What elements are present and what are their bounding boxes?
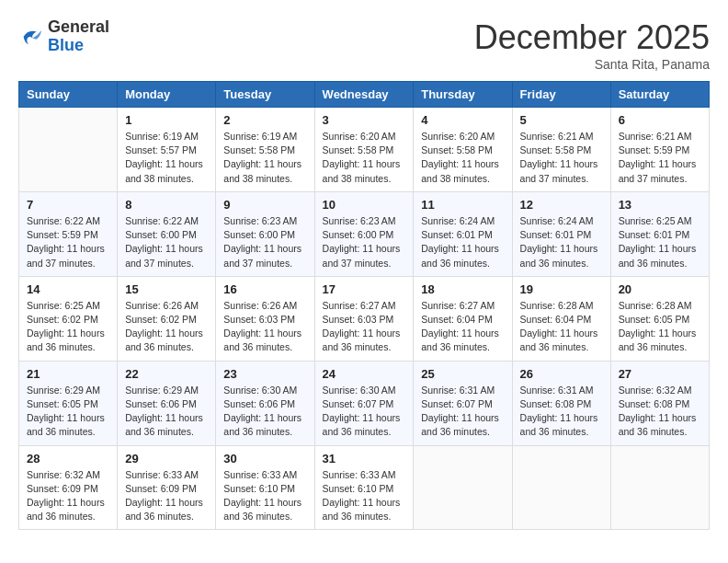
calendar-cell: 12Sunrise: 6:24 AMSunset: 6:01 PMDayligh… — [512, 191, 610, 276]
day-info: Sunrise: 6:22 AMSunset: 6:00 PMDaylight:… — [125, 214, 208, 270]
calendar-cell: 29Sunrise: 6:33 AMSunset: 6:09 PMDayligh… — [118, 445, 216, 530]
weekday-header-wednesday: Wednesday — [314, 82, 414, 108]
day-number: 14 — [27, 282, 109, 296]
day-info: Sunrise: 6:33 AMSunset: 6:09 PMDaylight:… — [125, 468, 208, 524]
day-info: Sunrise: 6:26 AMSunset: 6:03 PMDaylight:… — [223, 299, 306, 355]
day-info: Sunrise: 6:29 AMSunset: 6:05 PMDaylight:… — [27, 384, 109, 440]
calendar-cell: 24Sunrise: 6:30 AMSunset: 6:07 PMDayligh… — [314, 361, 414, 445]
day-info: Sunrise: 6:23 AMSunset: 6:00 PMDaylight:… — [223, 214, 306, 270]
day-info: Sunrise: 6:21 AMSunset: 5:58 PMDaylight:… — [520, 130, 603, 186]
title-section: December 2025 Santa Rita, Panama — [474, 18, 710, 72]
day-info: Sunrise: 6:30 AMSunset: 6:06 PMDaylight:… — [223, 384, 306, 440]
day-number: 7 — [27, 198, 109, 212]
page-header: General Blue December 2025 Santa Rita, P… — [18, 18, 710, 72]
calendar-cell: 16Sunrise: 6:26 AMSunset: 6:03 PMDayligh… — [216, 276, 314, 361]
calendar-cell: 5Sunrise: 6:21 AMSunset: 5:58 PMDaylight… — [512, 108, 610, 192]
calendar-cell: 15Sunrise: 6:26 AMSunset: 6:02 PMDayligh… — [118, 276, 216, 361]
calendar-cell — [19, 108, 118, 192]
day-info: Sunrise: 6:28 AMSunset: 6:04 PMDaylight:… — [520, 299, 603, 355]
calendar-week-row: 7Sunrise: 6:22 AMSunset: 5:59 PMDaylight… — [19, 191, 710, 276]
calendar-cell: 25Sunrise: 6:31 AMSunset: 6:07 PMDayligh… — [414, 361, 512, 445]
day-number: 22 — [125, 367, 208, 381]
day-number: 28 — [27, 452, 109, 465]
day-number: 3 — [323, 113, 406, 127]
calendar-week-row: 14Sunrise: 6:25 AMSunset: 6:02 PMDayligh… — [19, 276, 710, 361]
day-info: Sunrise: 6:32 AMSunset: 6:09 PMDaylight:… — [27, 468, 109, 524]
calendar-cell: 17Sunrise: 6:27 AMSunset: 6:03 PMDayligh… — [314, 276, 414, 361]
location-subtitle: Santa Rita, Panama — [474, 57, 710, 72]
day-info: Sunrise: 6:22 AMSunset: 5:59 PMDaylight:… — [27, 214, 109, 270]
logo-blue-text: Blue — [48, 37, 109, 55]
weekday-header-sunday: Sunday — [19, 82, 118, 108]
calendar-cell: 27Sunrise: 6:32 AMSunset: 6:08 PMDayligh… — [610, 361, 709, 445]
calendar-cell: 10Sunrise: 6:23 AMSunset: 6:00 PMDayligh… — [314, 191, 414, 276]
day-info: Sunrise: 6:33 AMSunset: 6:10 PMDaylight:… — [323, 468, 406, 524]
day-number: 2 — [223, 113, 306, 127]
calendar-week-row: 28Sunrise: 6:32 AMSunset: 6:09 PMDayligh… — [19, 445, 710, 530]
day-number: 16 — [223, 282, 306, 296]
day-info: Sunrise: 6:27 AMSunset: 6:03 PMDaylight:… — [323, 299, 406, 355]
day-number: 9 — [223, 198, 306, 212]
logo: General Blue — [18, 18, 109, 55]
day-info: Sunrise: 6:23 AMSunset: 6:00 PMDaylight:… — [323, 214, 406, 270]
day-info: Sunrise: 6:29 AMSunset: 6:06 PMDaylight:… — [125, 384, 208, 440]
day-info: Sunrise: 6:27 AMSunset: 6:04 PMDaylight:… — [421, 299, 504, 355]
day-info: Sunrise: 6:32 AMSunset: 6:08 PMDaylight:… — [619, 384, 701, 440]
day-info: Sunrise: 6:25 AMSunset: 6:01 PMDaylight:… — [619, 214, 701, 270]
day-info: Sunrise: 6:24 AMSunset: 6:01 PMDaylight:… — [421, 214, 504, 270]
day-number: 17 — [323, 282, 406, 296]
day-number: 23 — [223, 367, 306, 381]
calendar-table: SundayMondayTuesdayWednesdayThursdayFrid… — [18, 81, 710, 530]
calendar-cell: 28Sunrise: 6:32 AMSunset: 6:09 PMDayligh… — [19, 445, 118, 530]
calendar-cell: 18Sunrise: 6:27 AMSunset: 6:04 PMDayligh… — [414, 276, 512, 361]
day-info: Sunrise: 6:31 AMSunset: 6:07 PMDaylight:… — [421, 384, 504, 440]
weekday-header-saturday: Saturday — [610, 82, 709, 108]
calendar-cell: 30Sunrise: 6:33 AMSunset: 6:10 PMDayligh… — [216, 445, 314, 530]
day-number: 8 — [125, 198, 208, 212]
day-info: Sunrise: 6:20 AMSunset: 5:58 PMDaylight:… — [421, 130, 504, 186]
day-number: 21 — [27, 367, 109, 381]
day-number: 19 — [520, 282, 603, 296]
calendar-cell — [610, 445, 709, 530]
calendar-week-row: 21Sunrise: 6:29 AMSunset: 6:05 PMDayligh… — [19, 361, 710, 445]
day-info: Sunrise: 6:33 AMSunset: 6:10 PMDaylight:… — [223, 468, 306, 524]
weekday-header-friday: Friday — [512, 82, 610, 108]
calendar-cell: 6Sunrise: 6:21 AMSunset: 5:59 PMDaylight… — [610, 108, 709, 192]
day-number: 27 — [619, 367, 701, 381]
day-number: 6 — [619, 113, 701, 127]
weekday-header-thursday: Thursday — [414, 82, 512, 108]
day-number: 29 — [125, 452, 208, 465]
day-number: 10 — [323, 198, 406, 212]
day-number: 26 — [520, 367, 603, 381]
day-info: Sunrise: 6:28 AMSunset: 6:05 PMDaylight:… — [619, 299, 701, 355]
day-number: 15 — [125, 282, 208, 296]
logo-bird-icon — [18, 24, 44, 50]
calendar-cell: 14Sunrise: 6:25 AMSunset: 6:02 PMDayligh… — [19, 276, 118, 361]
calendar-cell: 8Sunrise: 6:22 AMSunset: 6:00 PMDaylight… — [118, 191, 216, 276]
calendar-cell: 13Sunrise: 6:25 AMSunset: 6:01 PMDayligh… — [610, 191, 709, 276]
day-number: 24 — [323, 367, 406, 381]
calendar-cell: 11Sunrise: 6:24 AMSunset: 6:01 PMDayligh… — [414, 191, 512, 276]
calendar-cell: 3Sunrise: 6:20 AMSunset: 5:58 PMDaylight… — [314, 108, 414, 192]
day-number: 18 — [421, 282, 504, 296]
day-number: 1 — [125, 113, 208, 127]
calendar-week-row: 1Sunrise: 6:19 AMSunset: 5:57 PMDaylight… — [19, 108, 710, 192]
day-info: Sunrise: 6:26 AMSunset: 6:02 PMDaylight:… — [125, 299, 208, 355]
calendar-cell — [512, 445, 610, 530]
calendar-cell — [414, 445, 512, 530]
day-info: Sunrise: 6:19 AMSunset: 5:58 PMDaylight:… — [223, 130, 306, 186]
logo-general-text: General — [48, 18, 109, 37]
calendar-cell: 31Sunrise: 6:33 AMSunset: 6:10 PMDayligh… — [314, 445, 414, 530]
calendar-cell: 9Sunrise: 6:23 AMSunset: 6:00 PMDaylight… — [216, 191, 314, 276]
calendar-cell: 4Sunrise: 6:20 AMSunset: 5:58 PMDaylight… — [414, 108, 512, 192]
day-number: 20 — [619, 282, 701, 296]
day-info: Sunrise: 6:31 AMSunset: 6:08 PMDaylight:… — [520, 384, 603, 440]
day-number: 11 — [421, 198, 504, 212]
day-number: 30 — [223, 452, 306, 465]
month-title: December 2025 — [474, 18, 710, 57]
calendar-cell: 19Sunrise: 6:28 AMSunset: 6:04 PMDayligh… — [512, 276, 610, 361]
day-number: 12 — [520, 198, 603, 212]
day-number: 13 — [619, 198, 701, 212]
calendar-cell: 1Sunrise: 6:19 AMSunset: 5:57 PMDaylight… — [118, 108, 216, 192]
calendar-cell: 26Sunrise: 6:31 AMSunset: 6:08 PMDayligh… — [512, 361, 610, 445]
